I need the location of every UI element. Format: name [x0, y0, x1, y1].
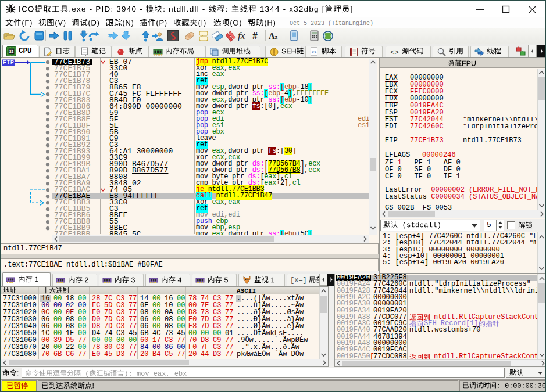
svg-text:EIP: EIP — [3, 59, 14, 66]
svg-text:32: 32 — [9, 49, 14, 53]
svg-text:<>: <> — [311, 49, 317, 55]
svg-text:<>: <> — [390, 49, 398, 57]
